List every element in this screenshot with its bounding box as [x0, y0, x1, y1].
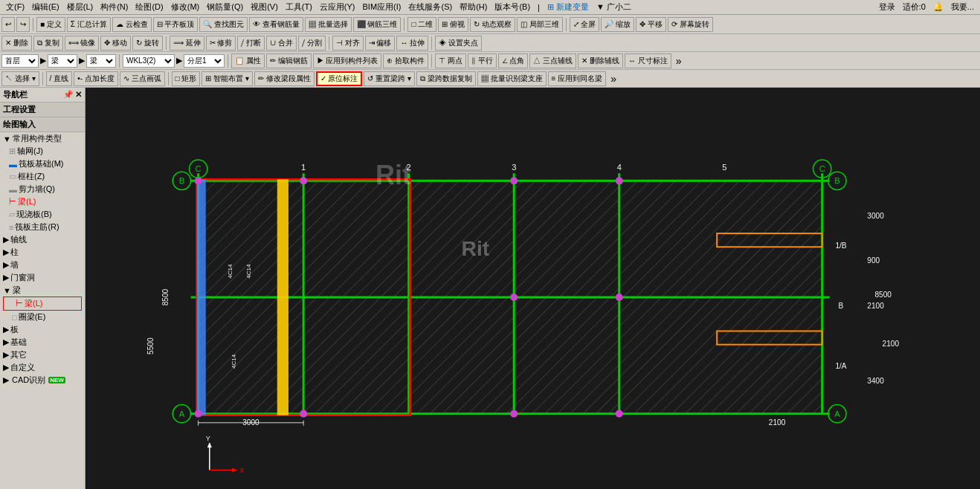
sidebar-item-column[interactable]: ▭框柱(Z) — [0, 170, 85, 183]
menu-modify[interactable]: 修改(M) — [168, 1, 203, 13]
sidebar-group-wall[interactable]: ▶墙 — [0, 259, 85, 271]
menu-element[interactable]: 构件(N) — [97, 1, 131, 13]
menu-adapt[interactable]: 适价:0 — [900, 1, 929, 13]
btn-span-copy[interactable]: ⧉ 梁跨数据复制 — [416, 71, 476, 86]
sidebar-item-ring-beam[interactable]: □圈梁(E) — [0, 311, 85, 323]
menu-bim[interactable]: BIM应用(I) — [360, 1, 404, 13]
btn-screen-rotate[interactable]: ⟳ 屏幕旋转 — [668, 17, 713, 32]
btn-rotate[interactable]: ↻ 旋转 — [132, 36, 163, 51]
menu-draw[interactable]: 绘图(D) — [132, 1, 166, 13]
layer-select[interactable]: 分层1 — [184, 54, 225, 68]
btn-split[interactable]: ⧸ 分割 — [298, 36, 326, 51]
wkl-select[interactable]: WKL3(2) — [123, 54, 175, 68]
sidebar-group-door[interactable]: ▶门窗洞 — [0, 271, 85, 284]
sidebar-group-custom[interactable]: ▶自定义 — [0, 361, 85, 374]
sidebar-item-beam[interactable]: ⊢梁(L) — [3, 297, 82, 311]
canvas-area[interactable]: C 1 2 3 4 5 C B A B 1/B B 1/A A 3000 210… — [86, 88, 980, 489]
btn-rect[interactable]: □ 矩形 — [172, 71, 201, 86]
btn-delete[interactable]: ✕ 删除 — [1, 36, 32, 51]
menu-new-var[interactable]: ⊞ 新建变量 — [544, 1, 592, 13]
btn-pan[interactable]: ✥ 平移 — [636, 17, 666, 32]
sidebar-item-raft[interactable]: ▬筏板基础(M) — [0, 158, 85, 170]
btn-point-angle[interactable]: ∠ 点角 — [498, 54, 529, 68]
menu-file[interactable]: 文(F) — [3, 1, 28, 13]
sidebar-group-foundation[interactable]: ▶基础 — [0, 336, 85, 349]
btn-rebar-3d[interactable]: ⬛ 钢筋三维 — [353, 17, 402, 32]
menu-help[interactable]: 帮助(H) — [457, 1, 490, 13]
btn-pick[interactable]: ⊕ 拾取构件 — [383, 54, 428, 68]
btn-reset-span[interactable]: ↺ 重置梁跨 ▾ — [364, 71, 415, 86]
btn-line[interactable]: / 直线 — [46, 71, 73, 86]
sidebar-section-draw[interactable]: 绘图输入 — [0, 117, 85, 132]
btn-offset[interactable]: ⇥ 偏移 — [365, 36, 396, 51]
menu-floor[interactable]: 楼层(L) — [64, 1, 96, 13]
btn-break[interactable]: ⧸ 打断 — [237, 36, 265, 51]
btn-sum[interactable]: Σ 汇总计算 — [67, 17, 111, 32]
sidebar-item-slab[interactable]: ▱现浇板(B) — [0, 208, 85, 221]
sidebar-group-cad[interactable]: ▶CAD识别 NEW — [0, 374, 85, 386]
btn-property[interactable]: 📋 属性 — [231, 54, 265, 68]
btn-extend[interactable]: ⟹ 延伸 — [170, 36, 204, 51]
more-btn2[interactable]: » — [607, 73, 619, 85]
btn-point-len[interactable]: •- 点加长度 — [74, 71, 118, 86]
sidebar-close[interactable]: ✕ — [75, 90, 82, 100]
btn-2d[interactable]: □ 二维 — [407, 17, 436, 32]
btn-level[interactable]: ⊟ 平齐板顶 — [153, 17, 199, 32]
btn-batch-seat[interactable]: ▦ 批量识别梁支座 — [477, 71, 547, 86]
btn-two-point[interactable]: ⊤ 两点 — [435, 54, 466, 68]
btn-smart-place[interactable]: ⊞ 智能布置 ▾ — [202, 71, 253, 86]
btn-union[interactable]: ∪ 合并 — [266, 36, 297, 51]
btn-top-view[interactable]: ⊞ 俯视 — [438, 17, 468, 32]
sidebar-item-axis[interactable]: ⊞轴网(J) — [0, 145, 85, 158]
btn-undo[interactable]: ↩ — [1, 17, 15, 32]
menu-tools[interactable]: 工具(T) — [283, 1, 315, 13]
btn-mirror[interactable]: ⟺ 镜像 — [65, 36, 100, 51]
btn-edit-rebar[interactable]: ✏ 编辑钢筋 — [266, 54, 312, 68]
btn-orig-mark[interactable]: ✓ 原位标注 — [316, 71, 363, 86]
menu-extra[interactable]: 我要... — [948, 1, 977, 13]
element-name-select[interactable]: 梁 — [86, 54, 116, 68]
sidebar-group-plate[interactable]: ▶板 — [0, 323, 85, 336]
sidebar-group-col[interactable]: ▶柱 — [0, 246, 85, 259]
menu-login[interactable]: 登录 — [876, 1, 898, 13]
btn-trim[interactable]: ✂ 修剪 — [206, 36, 236, 51]
btn-copy[interactable]: ⧉ 复制 — [33, 36, 63, 51]
btn-three-point-aux[interactable]: △ 三点辅线 — [529, 54, 576, 68]
btn-align[interactable]: ⊣ 对齐 — [332, 36, 364, 51]
menu-notify[interactable]: 🔔 — [930, 1, 947, 13]
btn-apply-list[interactable]: ▶ 应用到构件列表 — [313, 54, 382, 68]
btn-modify-beam-prop[interactable]: ✏ 修改梁段属性 — [254, 71, 315, 86]
btn-apply-same-name[interactable]: ≡ 应用到同名梁 — [548, 71, 607, 86]
btn-dim[interactable]: ↔ 尺寸标注 — [625, 54, 671, 68]
btn-select[interactable]: ↖ 选择 ▾ — [1, 71, 39, 86]
btn-cloud-check[interactable]: ☁ 云检查 — [112, 17, 152, 32]
menu-rebar[interactable]: 钢筋量(Q) — [204, 1, 246, 13]
sidebar-item-wall[interactable]: ▬剪力墙(Q) — [0, 183, 85, 195]
menu-edit[interactable]: 编辑(E) — [29, 1, 62, 13]
btn-zoom[interactable]: 🔎 缩放 — [601, 17, 634, 32]
sidebar-group-axis[interactable]: ▶轴线 — [0, 233, 85, 246]
btn-define[interactable]: ■ 定义 — [36, 17, 65, 32]
sidebar-group-other[interactable]: ▶其它 — [0, 349, 85, 361]
menu-cloud[interactable]: 云应用(Y) — [317, 1, 358, 13]
sidebar-item-rebar-slab[interactable]: ≡筏板主筋(R) — [0, 221, 85, 233]
menu-version[interactable]: 版本号(B) — [491, 1, 533, 13]
menu-view[interactable]: 视图(V) — [248, 1, 281, 13]
sidebar-section-project[interactable]: 工程设置 — [0, 103, 85, 117]
btn-del-aux[interactable]: ✕ 删除辅线 — [578, 54, 623, 68]
btn-batch-select[interactable]: ▦ 批量选择 — [305, 17, 352, 32]
menu-online[interactable]: 在线服务(S) — [405, 1, 455, 13]
sidebar-item-beam-common[interactable]: ⊢梁(L) — [0, 195, 85, 208]
btn-find[interactable]: 🔍 查找图元 — [199, 17, 248, 32]
sidebar-group-beam[interactable]: ▼梁 — [0, 284, 85, 297]
btn-move[interactable]: ✥ 移动 — [100, 36, 131, 51]
more-btn[interactable]: » — [673, 55, 685, 67]
menu-user[interactable]: ▼ 广小二 — [593, 1, 634, 13]
btn-redo[interactable]: ↪ — [16, 17, 30, 32]
btn-setpoint[interactable]: ◈ 设置夹点 — [435, 36, 482, 51]
btn-local-3d[interactable]: ◫ 局部三维 — [517, 17, 563, 32]
floor-select[interactable]: 首层 — [1, 54, 39, 68]
element-type-select[interactable]: 梁 — [48, 54, 77, 68]
btn-stretch[interactable]: ↔ 拉伸 — [396, 36, 428, 51]
btn-view-rebar[interactable]: 👁 查看钢筋量 — [249, 17, 303, 32]
